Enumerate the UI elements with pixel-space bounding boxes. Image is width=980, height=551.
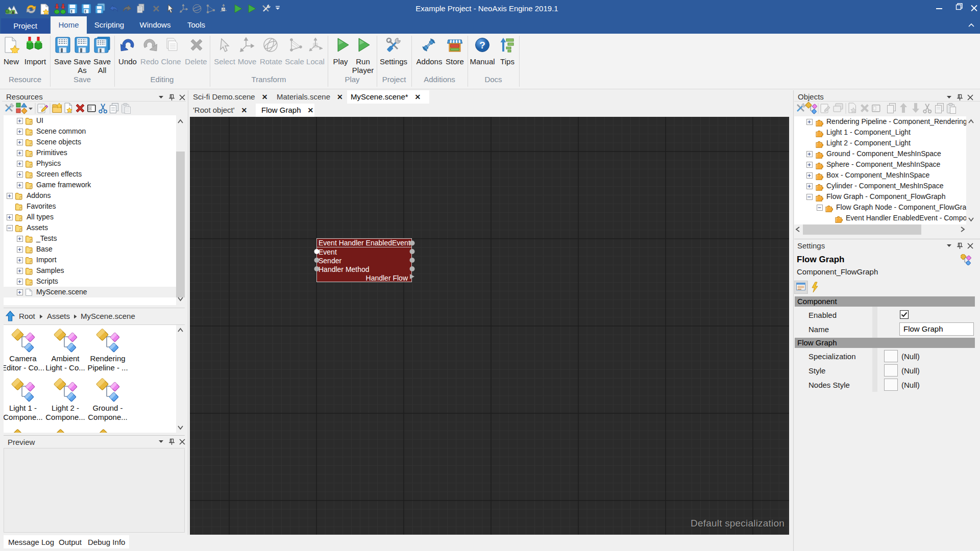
svg-text:?: ? [479, 40, 485, 51]
